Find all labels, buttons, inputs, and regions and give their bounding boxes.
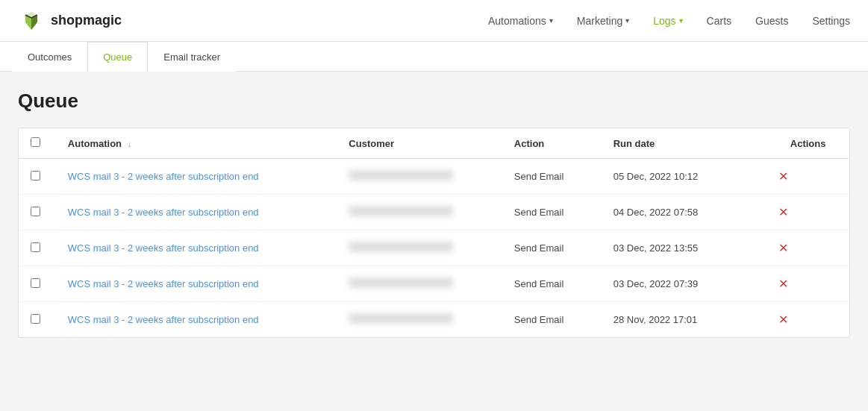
column-rundate: Run date: [602, 128, 766, 159]
delete-button-2[interactable]: ✕: [778, 241, 788, 255]
select-all-header: [19, 128, 56, 159]
select-all-checkbox[interactable]: [31, 137, 40, 147]
row-checkbox-cell: [19, 266, 56, 302]
column-customer: Customer: [337, 128, 502, 159]
row-actions-cell: ✕: [766, 159, 849, 195]
row-action-cell: Send Email: [502, 195, 602, 230]
row-checkbox-2[interactable]: [31, 242, 40, 252]
row-automation-cell: WCS mail 3 - 2 weeks after subscription …: [56, 195, 337, 230]
delete-button-4[interactable]: ✕: [778, 313, 788, 327]
customer-value-2: [349, 242, 453, 252]
table-row: WCS mail 3 - 2 weeks after subscription …: [19, 266, 849, 302]
row-automation-cell: WCS mail 3 - 2 weeks after subscription …: [56, 266, 337, 302]
nav-guests[interactable]: Guests: [755, 15, 788, 27]
row-rundate-cell: 28 Nov, 2022 17:01: [602, 302, 766, 338]
page-title: Queue: [18, 90, 850, 113]
nav-automations[interactable]: Automations ▾: [488, 15, 553, 27]
nav-carts[interactable]: Carts: [707, 15, 731, 27]
row-customer-cell: [337, 159, 502, 195]
header: shopmagic Automations ▾ Marketing ▾ Logs…: [0, 0, 868, 42]
automation-link-3[interactable]: WCS mail 3 - 2 weeks after subscription …: [68, 278, 259, 289]
queue-table-container: Automation ↓ Customer Action Run date Ac…: [18, 128, 850, 338]
tab-outcomes[interactable]: Outcomes: [12, 42, 87, 72]
tabs-bar: Outcomes Queue Email tracker: [0, 42, 868, 72]
row-checkbox-3[interactable]: [31, 278, 40, 288]
table-row: WCS mail 3 - 2 weeks after subscription …: [19, 302, 849, 338]
table-row: WCS mail 3 - 2 weeks after subscription …: [19, 159, 849, 195]
main-nav: Automations ▾ Marketing ▾ Logs ▾ Carts G…: [488, 15, 850, 27]
logo-text: shopmagic: [51, 13, 122, 28]
row-checkbox-4[interactable]: [31, 314, 40, 324]
table-row: WCS mail 3 - 2 weeks after subscription …: [19, 195, 849, 230]
chevron-down-icon: ▾: [625, 16, 629, 25]
row-checkbox-0[interactable]: [31, 171, 40, 181]
row-action-cell: Send Email: [502, 159, 602, 195]
delete-button-3[interactable]: ✕: [778, 277, 788, 291]
customer-value-3: [349, 277, 453, 288]
customer-value-0: [349, 170, 453, 181]
automation-link-1[interactable]: WCS mail 3 - 2 weeks after subscription …: [68, 207, 259, 218]
row-rundate-cell: 05 Dec, 2022 10:12: [602, 159, 766, 195]
chevron-down-icon: ▾: [679, 16, 683, 25]
row-rundate-cell: 03 Dec, 2022 07:39: [602, 266, 766, 302]
row-customer-cell: [337, 195, 502, 230]
chevron-down-icon: ▾: [549, 16, 553, 25]
nav-logs[interactable]: Logs ▾: [653, 15, 682, 27]
row-customer-cell: [337, 302, 502, 338]
column-action: Action: [502, 128, 602, 159]
row-checkbox-cell: [19, 302, 56, 338]
tab-email-tracker[interactable]: Email tracker: [148, 42, 236, 72]
row-automation-cell: WCS mail 3 - 2 weeks after subscription …: [56, 230, 337, 266]
row-actions-cell: ✕: [766, 266, 849, 302]
row-actions-cell: ✕: [766, 302, 849, 338]
row-checkbox-cell: [19, 195, 56, 230]
automation-link-2[interactable]: WCS mail 3 - 2 weeks after subscription …: [68, 242, 259, 254]
main-content: Queue Automation ↓ Customer Action: [0, 72, 868, 407]
sort-icon: ↓: [128, 139, 132, 148]
row-checkbox-1[interactable]: [31, 207, 40, 216]
table-row: WCS mail 3 - 2 weeks after subscription …: [19, 230, 849, 266]
row-checkbox-cell: [19, 230, 56, 266]
row-rundate-cell: 03 Dec, 2022 13:55: [602, 230, 766, 266]
delete-button-1[interactable]: ✕: [778, 205, 788, 219]
column-actions: Actions: [766, 128, 849, 159]
nav-marketing[interactable]: Marketing ▾: [577, 15, 629, 27]
tab-queue[interactable]: Queue: [87, 42, 148, 72]
row-checkbox-cell: [19, 159, 56, 195]
row-actions-cell: ✕: [766, 195, 849, 230]
automation-link-4[interactable]: WCS mail 3 - 2 weeks after subscription …: [68, 314, 259, 325]
row-action-cell: Send Email: [502, 266, 602, 302]
customer-value-1: [349, 206, 453, 216]
nav-settings[interactable]: Settings: [812, 15, 850, 27]
row-actions-cell: ✕: [766, 230, 849, 266]
automation-link-0[interactable]: WCS mail 3 - 2 weeks after subscription …: [68, 171, 259, 182]
row-customer-cell: [337, 230, 502, 266]
customer-value-4: [349, 313, 453, 324]
delete-button-0[interactable]: ✕: [778, 169, 788, 183]
table-header-row: Automation ↓ Customer Action Run date Ac…: [19, 128, 849, 159]
row-automation-cell: WCS mail 3 - 2 weeks after subscription …: [56, 159, 337, 195]
row-rundate-cell: 04 Dec, 2022 07:58: [602, 195, 766, 230]
column-automation[interactable]: Automation ↓: [56, 128, 337, 159]
row-action-cell: Send Email: [502, 302, 602, 338]
queue-table: Automation ↓ Customer Action Run date Ac…: [19, 128, 849, 337]
row-customer-cell: [337, 266, 502, 302]
logo-icon: [18, 7, 45, 34]
row-action-cell: Send Email: [502, 230, 602, 266]
logo: shopmagic: [18, 7, 122, 34]
row-automation-cell: WCS mail 3 - 2 weeks after subscription …: [56, 302, 337, 338]
